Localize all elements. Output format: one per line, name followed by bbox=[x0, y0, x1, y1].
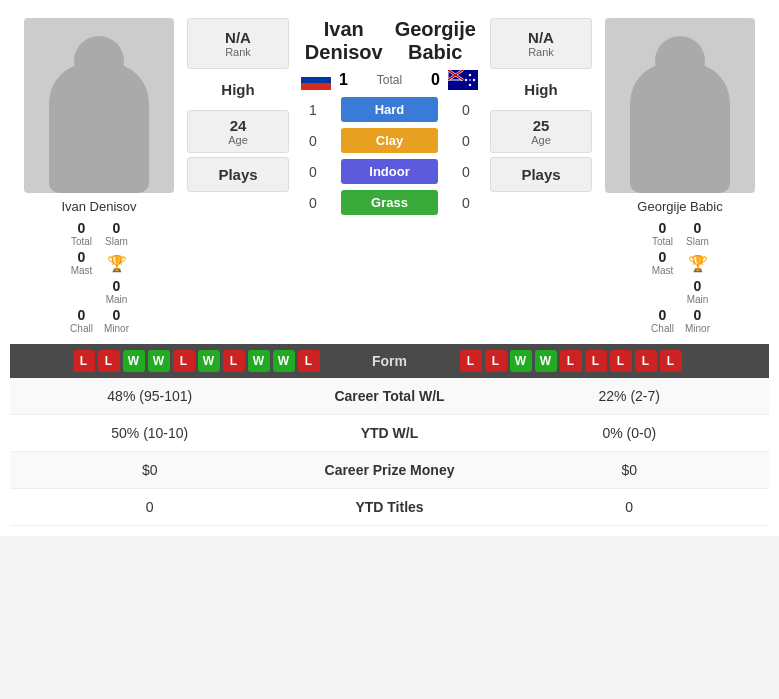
indoor-score-right: 0 bbox=[446, 164, 486, 180]
titles-right: 0 bbox=[490, 489, 770, 525]
grass-surface-row: 0 Grass 0 bbox=[293, 190, 486, 215]
flags-total-row: 1 Total 0 bbox=[293, 66, 486, 94]
left-total-score: 1 bbox=[339, 71, 348, 89]
right-total-lbl: Total bbox=[652, 236, 673, 247]
left-chall-stat: 0 Chall bbox=[69, 307, 94, 334]
left-age-value: 24 bbox=[198, 117, 278, 134]
grass-surface-tag: Grass bbox=[341, 190, 438, 215]
right-avatar-body bbox=[630, 63, 730, 193]
right-rank-label: Rank bbox=[501, 46, 581, 58]
svg-point-13 bbox=[469, 79, 471, 81]
svg-rect-1 bbox=[301, 77, 331, 83]
right-chall-val: 0 bbox=[659, 307, 667, 323]
left-total-val: 0 bbox=[78, 220, 86, 236]
left-slam-val: 0 bbox=[113, 220, 121, 236]
right-main-stat: 0 Main bbox=[685, 278, 710, 305]
stats-comparison-table: 48% (95-101) Career Total W/L 22% (2-7) … bbox=[10, 378, 769, 526]
left-flag-score: 1 bbox=[301, 70, 348, 90]
right-chall-stat: 0 Chall bbox=[650, 307, 675, 334]
prize-left: $0 bbox=[10, 452, 290, 488]
svg-point-10 bbox=[473, 79, 475, 81]
clay-score-right: 0 bbox=[446, 133, 486, 149]
form-badge: L bbox=[610, 350, 632, 372]
right-rank-box: N/A Rank bbox=[490, 18, 592, 69]
players-comparison: Ivan Denisov 0 Total 0 Slam 0 Mast 🏆 bbox=[10, 10, 769, 334]
grass-score-left: 0 bbox=[293, 195, 333, 211]
form-badge: L bbox=[560, 350, 582, 372]
au-flag-icon bbox=[448, 70, 478, 90]
left-minor-val: 0 bbox=[113, 307, 121, 323]
left-mast-stat: 0 Mast bbox=[69, 249, 94, 276]
left-trophy-icon: 🏆 bbox=[107, 254, 127, 273]
right-player-name-top: Georgije Babic bbox=[390, 18, 482, 64]
right-minor-stat: 0 Minor bbox=[685, 307, 710, 334]
ru-flag-icon bbox=[301, 70, 331, 90]
right-total-val: 0 bbox=[659, 220, 667, 236]
career-wl-row: 48% (95-101) Career Total W/L 22% (2-7) bbox=[10, 378, 769, 415]
titles-row: 0 YTD Titles 0 bbox=[10, 489, 769, 526]
indoor-surface-tag: Indoor bbox=[341, 159, 438, 184]
left-avatar-body bbox=[49, 63, 149, 193]
left-high-label: High bbox=[187, 73, 289, 106]
left-main-lbl: Main bbox=[106, 294, 128, 305]
ytd-wl-left: 50% (10-10) bbox=[10, 415, 290, 451]
total-label-center: Total bbox=[377, 73, 402, 87]
form-badge: L bbox=[485, 350, 507, 372]
left-chall-lbl: Chall bbox=[70, 323, 93, 334]
left-player-name-top: Ivan Denisov bbox=[298, 18, 390, 64]
left-player-avatar bbox=[24, 18, 174, 193]
right-plays-box: Plays bbox=[490, 157, 592, 192]
form-badge: L bbox=[635, 350, 657, 372]
hard-score-right: 0 bbox=[446, 102, 486, 118]
hard-surface-tag: Hard bbox=[341, 97, 438, 122]
form-badge: W bbox=[535, 350, 557, 372]
right-age-box: 25 Age bbox=[490, 110, 592, 153]
svg-point-9 bbox=[469, 74, 471, 76]
right-trophy-icon: 🏆 bbox=[688, 254, 708, 273]
ytd-wl-right: 0% (0-0) bbox=[490, 415, 770, 451]
right-age-value: 25 bbox=[501, 117, 581, 134]
ytd-wl-label: YTD W/L bbox=[290, 415, 490, 451]
form-badge: L bbox=[660, 350, 682, 372]
right-mast-val: 0 bbox=[659, 249, 667, 265]
form-badge: W bbox=[198, 350, 220, 372]
grass-score-right: 0 bbox=[446, 195, 486, 211]
career-wl-left: 48% (95-101) bbox=[10, 378, 290, 414]
right-player-avatar bbox=[605, 18, 755, 193]
clay-surface-tag: Clay bbox=[341, 128, 438, 153]
left-trophy-cell: 🏆 bbox=[104, 249, 129, 276]
right-rank-value: N/A bbox=[501, 29, 581, 46]
right-slam-val: 0 bbox=[694, 220, 702, 236]
form-badge: W bbox=[273, 350, 295, 372]
form-badge: W bbox=[510, 350, 532, 372]
form-badge: L bbox=[460, 350, 482, 372]
form-badge: W bbox=[123, 350, 145, 372]
right-age-label: Age bbox=[501, 134, 581, 146]
left-rank-box: N/A Rank bbox=[187, 18, 289, 69]
clay-surface-row: 0 Clay 0 bbox=[293, 128, 486, 153]
left-main-stat: 0 Main bbox=[104, 278, 129, 305]
left-main-val: 0 bbox=[113, 278, 121, 294]
right-main-lbl: Main bbox=[687, 294, 709, 305]
right-high-label: High bbox=[490, 73, 592, 106]
ytd-wl-row: 50% (10-10) YTD W/L 0% (0-0) bbox=[10, 415, 769, 452]
form-badge: L bbox=[173, 350, 195, 372]
form-badge: L bbox=[585, 350, 607, 372]
left-mast-lbl: Mast bbox=[71, 265, 93, 276]
left-player-photo-col: Ivan Denisov 0 Total 0 Slam 0 Mast 🏆 bbox=[15, 18, 183, 334]
right-slam-stat: 0 Slam bbox=[685, 220, 710, 247]
form-badge: L bbox=[73, 350, 95, 372]
form-badge: L bbox=[98, 350, 120, 372]
clay-score-left: 0 bbox=[293, 133, 333, 149]
svg-rect-2 bbox=[301, 83, 331, 90]
indoor-surface-row: 0 Indoor 0 bbox=[293, 159, 486, 184]
left-minor-lbl: Minor bbox=[104, 323, 129, 334]
left-chall-val: 0 bbox=[78, 307, 86, 323]
left-rank-value: N/A bbox=[198, 29, 278, 46]
right-player-stats: 0 Total 0 Slam 0 Mast 🏆 0 Main bbox=[650, 220, 710, 334]
right-minor-val: 0 bbox=[694, 307, 702, 323]
form-badge: W bbox=[248, 350, 270, 372]
hard-score-left: 1 bbox=[293, 102, 333, 118]
right-slam-lbl: Slam bbox=[686, 236, 709, 247]
career-wl-right: 22% (2-7) bbox=[490, 378, 770, 414]
